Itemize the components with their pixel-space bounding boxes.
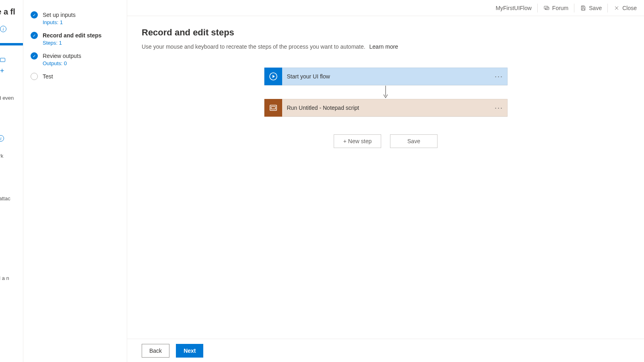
check-icon [31, 52, 38, 60]
wizard-step-title: Test [43, 73, 53, 80]
play-circle-icon [264, 68, 282, 85]
flow-canvas: Start your UI flow ··· Run Untitled - No… [142, 68, 630, 148]
wizard-steps-panel: Set up inputs Inputs: 1 Record and edit … [23, 0, 127, 362]
wizard-footer: Back Next [127, 339, 644, 362]
close-button[interactable]: Close [608, 0, 642, 16]
flow-card-start[interactable]: Start your UI flow ··· [264, 68, 508, 85]
close-label: Close [622, 5, 637, 11]
svg-rect-3 [582, 8, 584, 10]
canvas-save-button[interactable]: Save [390, 134, 438, 148]
save-icon [580, 5, 586, 11]
svg-rect-1 [546, 7, 549, 10]
wizard-step-title: Review outputs [43, 52, 81, 60]
page-description: Use your mouse and keyboard to recreate … [142, 43, 630, 50]
card-menu-button[interactable]: ··· [491, 104, 507, 112]
wizard-step-title: Record and edit steps [43, 32, 101, 39]
empty-step-icon [31, 73, 38, 80]
cropped-text: ate i [0, 135, 4, 142]
flow-card-label: Run Untitled - Notepad script [282, 105, 491, 111]
save-label: Save [589, 5, 602, 11]
page-title: Record and edit steps [142, 27, 630, 38]
cropped-text: e work [0, 153, 3, 159]
wizard-step-title: Set up inputs [43, 11, 76, 19]
learn-more-link[interactable]: Learn more [369, 43, 398, 50]
save-button[interactable]: Save [574, 0, 607, 16]
nav-icon-square [0, 58, 5, 62]
cropped-text: email a n [0, 275, 9, 281]
wizard-step-meta: Outputs: 0 [43, 60, 81, 66]
active-nav-indicator [0, 43, 23, 45]
cropped-text: mail attac [0, 195, 10, 202]
forum-button[interactable]: Forum [538, 0, 574, 16]
flow-card-run-script[interactable]: Run Untitled - Notepad script ··· [264, 99, 508, 117]
svg-rect-0 [544, 6, 548, 9]
back-button[interactable]: Back [142, 344, 169, 358]
close-icon [613, 5, 620, 11]
wizard-step-record[interactable]: Record and edit steps Steps: 1 [31, 29, 127, 49]
wizard-step-meta: Steps: 1 [43, 40, 101, 46]
next-button[interactable]: Next [176, 344, 203, 358]
cropped-text: nated even [0, 95, 14, 101]
check-icon [31, 32, 38, 39]
page-description-text: Use your mouse and keyboard to recreate … [142, 43, 365, 50]
new-step-button[interactable]: + New step [334, 134, 381, 148]
wizard-step-outputs[interactable]: Review outputs Outputs: 0 [31, 49, 127, 70]
cropped-title: ake a fl [0, 7, 15, 16]
forum-icon [543, 5, 550, 11]
forum-label: Forum [552, 5, 568, 11]
wizard-step-meta: Inputs: 1 [43, 19, 76, 25]
info-icon: i [0, 135, 4, 142]
card-menu-button[interactable]: ··· [491, 72, 507, 81]
svg-rect-7 [271, 107, 275, 109]
flow-name: MyFirstUIFlow [490, 5, 537, 11]
wizard-step-test[interactable]: Test [31, 70, 127, 83]
check-icon [31, 11, 38, 19]
nav-icon-plus: + [0, 67, 4, 75]
wizard-step-inputs[interactable]: Set up inputs Inputs: 1 [31, 8, 127, 29]
info-icon: i [0, 26, 6, 32]
script-window-icon [264, 99, 282, 117]
flow-card-label: Start your UI flow [282, 73, 491, 80]
cropped-background-nav: ake a fl i + nated even ate i e work mai… [0, 0, 23, 362]
flow-connector [382, 85, 390, 99]
topbar: MyFirstUIFlow Forum Save Close [127, 0, 644, 16]
svg-rect-2 [582, 6, 584, 7]
